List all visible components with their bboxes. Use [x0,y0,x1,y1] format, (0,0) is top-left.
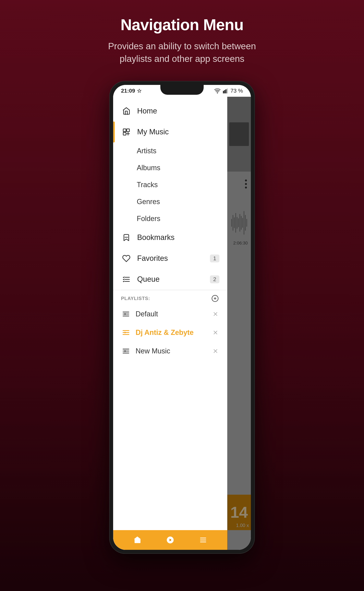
folders-label: Folders [137,215,160,223]
favorites-icon [121,253,132,264]
tab-icon-1 [133,536,141,544]
nav-sub-artists[interactable]: Artists [113,142,227,159]
svg-rect-5 [227,88,228,93]
page-header: Navigation Menu Provides an ability to s… [86,0,278,77]
nav-sub-albums[interactable]: Albums [113,159,227,176]
tab-item-2[interactable] [154,536,187,544]
nav-drawer: Home My Music Ar [113,97,227,550]
svg-point-1 [217,92,218,93]
svg-marker-0 [137,89,141,92]
playlist-icon-dj-antiz [121,328,131,337]
playlist-new-music-close[interactable] [212,347,219,355]
svg-rect-8 [123,132,126,135]
drawer-overlay [227,97,251,550]
nav-items-list: Home My Music Ar [113,97,227,530]
svg-marker-19 [124,313,127,315]
playlist-new-music[interactable]: New Music [113,342,227,360]
svg-marker-25 [124,332,127,334]
tracks-label: Tracks [137,181,158,189]
nav-item-queue[interactable]: Queue 2 [113,269,227,290]
phone-notch [160,85,204,95]
playlist-new-music-label: New Music [136,347,212,355]
add-playlist-button[interactable] [211,294,219,303]
playlist-dj-antiz-label: Dj Antiz & Zebyte [136,328,212,337]
playlist-icon-default [121,309,131,319]
playlists-label: PLAYLISTS: [121,296,150,301]
playlist-dj-antiz[interactable]: Dj Antiz & Zebyte [113,323,227,342]
status-time: 21:09 [121,88,142,94]
genres-label: Genres [137,198,160,206]
phone-frame: 21:09 7 [109,81,255,554]
queue-label: Queue [137,275,160,283]
tab-icon-3 [199,536,207,544]
svg-rect-3 [224,90,225,93]
playlist-default-close[interactable] [212,310,219,318]
svg-rect-4 [226,89,227,93]
favorites-badge: 1 [210,255,219,262]
bottom-tabs-bar [113,530,227,550]
page-title: Navigation Menu [93,16,271,34]
svg-rect-7 [127,129,130,132]
tab-item-1[interactable] [121,536,154,544]
status-icons: 73 % [214,88,243,94]
wifi-icon [214,88,221,93]
signal-icon [223,88,228,93]
nav-sub-tracks[interactable]: Tracks [113,176,227,193]
queue-badge: 2 [210,275,219,283]
queue-icon [121,274,132,285]
nav-sub-genres[interactable]: Genres [113,193,227,210]
nav-sub-folders[interactable]: Folders [113,210,227,227]
nav-item-my-music[interactable]: My Music [113,121,227,142]
svg-rect-2 [223,91,224,93]
my-music-label: My Music [137,128,169,136]
battery-level: 73 % [230,88,243,94]
page-subtitle: Provides an ability to switch between pl… [93,40,271,65]
phone-screen: 21:09 7 [113,85,251,550]
playlist-default-label: Default [136,310,212,318]
svg-rect-6 [123,129,126,132]
artists-label: Artists [137,147,156,155]
my-music-icon [121,127,132,137]
tab-icon-2 [166,536,174,544]
home-icon [121,106,132,116]
time-display: 21:09 [121,88,135,94]
tab-item-3[interactable] [187,536,219,544]
bookmarks-icon [121,232,132,243]
nav-item-bookmarks[interactable]: Bookmarks [113,227,227,248]
playlist-default[interactable]: Default [113,305,227,323]
albums-label: Albums [137,164,160,172]
home-label: Home [137,107,157,115]
playlist-icon-new-music [121,346,131,356]
svg-marker-31 [124,350,127,352]
nav-item-favorites[interactable]: Favorites 1 [113,248,227,269]
playlist-dj-antiz-close[interactable] [212,329,219,336]
playlists-header: PLAYLISTS: [113,290,227,305]
bookmarks-label: Bookmarks [137,233,175,242]
favorites-label: Favorites [137,254,168,263]
nav-item-home[interactable]: Home [113,101,227,121]
nav-icon-small [137,89,142,93]
